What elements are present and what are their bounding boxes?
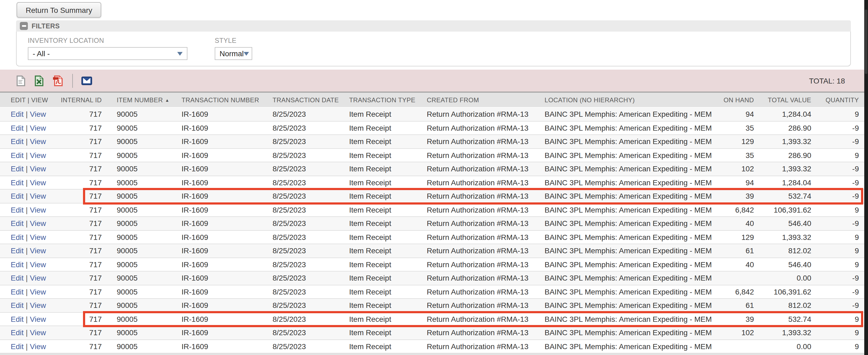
quantity-cell: 9 — [811, 205, 859, 214]
internal-id-cell: 717 — [59, 151, 102, 160]
edit-link[interactable]: Edit — [11, 247, 24, 255]
edit-link[interactable]: Edit — [11, 233, 24, 241]
quantity-cell: 9 — [811, 247, 859, 255]
edit-link[interactable]: Edit — [11, 165, 24, 173]
edit-link[interactable]: Edit — [11, 315, 24, 323]
edit-link[interactable]: Edit — [11, 110, 24, 119]
edit-link[interactable]: Edit — [11, 301, 24, 310]
location-cell: BAINC 3PL Memphis: American Expediting -… — [545, 233, 712, 241]
collapse-minus-icon[interactable] — [20, 22, 28, 30]
view-link[interactable]: View — [30, 178, 46, 187]
table-row: Edit|View 717 90005 IR-1609 8/25/2023 It… — [0, 121, 864, 135]
transaction-date-cell: 8/25/2023 — [273, 260, 349, 269]
chevron-down-icon — [244, 52, 249, 56]
on-hand-cell: 94 — [712, 178, 754, 187]
view-link[interactable]: View — [30, 260, 46, 269]
view-link[interactable]: View — [30, 342, 46, 351]
column-header-edit-view[interactable]: EDIT | VIEW — [0, 96, 59, 104]
column-header-total-value[interactable]: TOTAL VALUE — [754, 96, 811, 104]
edit-link[interactable]: Edit — [11, 342, 24, 351]
item-number-cell: 90005 — [102, 274, 182, 283]
table-row: Edit|View 717 90005 IR-1609 8/25/2023 It… — [0, 244, 864, 258]
column-header-transaction-type[interactable]: TRANSACTION TYPE — [349, 96, 427, 104]
column-header-internal-id[interactable]: INTERNAL ID — [59, 96, 102, 104]
quantity-cell: -9 — [811, 192, 859, 200]
item-number-cell: 90005 — [102, 315, 182, 323]
transaction-number-cell: IR-1609 — [182, 137, 273, 146]
internal-id-cell: 717 — [59, 233, 102, 241]
internal-id-cell: 717 — [59, 328, 102, 337]
view-link[interactable]: View — [30, 165, 46, 173]
vertical-scrollbar[interactable] — [864, 0, 868, 355]
created-from-cell: Return Authorization #RMA-13 — [427, 247, 545, 255]
table-row: Edit|View 717 90005 IR-1609 8/25/2023 It… — [0, 299, 864, 313]
column-header-created-from[interactable]: CREATED FROM — [427, 96, 545, 104]
edit-link[interactable]: Edit — [11, 192, 24, 200]
quantity-cell: 9 — [811, 328, 859, 337]
on-hand-cell: 102 — [712, 328, 754, 337]
column-header-location[interactable]: LOCATION (NO HIERARCHY) — [545, 96, 712, 104]
view-link[interactable]: View — [30, 219, 46, 228]
link-separator: | — [26, 178, 28, 187]
quantity-cell: 9 — [811, 260, 859, 269]
transaction-number-cell: IR-1609 — [182, 205, 273, 214]
view-link[interactable]: View — [30, 328, 46, 337]
style-select[interactable]: Normal — [215, 47, 252, 60]
edit-link[interactable]: Edit — [11, 219, 24, 228]
view-link[interactable]: View — [30, 315, 46, 323]
view-link[interactable]: View — [30, 205, 46, 214]
edit-link[interactable]: Edit — [11, 260, 24, 269]
view-link[interactable]: View — [30, 274, 46, 283]
column-header-quantity[interactable]: QUANTITY — [811, 96, 859, 104]
toolbar-divider — [72, 74, 73, 88]
inventory-location-field: INVENTORY LOCATION - All - — [28, 37, 187, 60]
export-pdf-icon[interactable] — [53, 75, 63, 86]
internal-id-cell: 717 — [59, 301, 102, 310]
internal-id-cell: 717 — [59, 192, 102, 200]
view-link[interactable]: View — [30, 301, 46, 310]
edit-link[interactable]: Edit — [11, 288, 24, 296]
edit-link[interactable]: Edit — [11, 274, 24, 283]
view-link[interactable]: View — [30, 288, 46, 296]
total-value-cell: 1,393.32 — [754, 165, 811, 173]
column-header-on-hand[interactable]: ON HAND — [712, 96, 754, 104]
transaction-date-cell: 8/25/2023 — [273, 274, 349, 283]
table-body: Edit|View 717 90005 IR-1609 8/25/2023 It… — [0, 108, 864, 353]
return-to-summary-button[interactable]: Return To Summary — [17, 2, 101, 18]
scrollbar-thumb[interactable] — [865, 10, 867, 74]
view-link[interactable]: View — [30, 192, 46, 200]
edit-link[interactable]: Edit — [11, 124, 24, 132]
edit-link[interactable]: Edit — [11, 137, 24, 146]
export-csv-icon[interactable] — [17, 75, 25, 86]
item-number-cell: 90005 — [102, 247, 182, 255]
column-header-transaction-date[interactable]: TRANSACTION DATE — [273, 96, 349, 104]
column-header-item-number[interactable]: ITEM NUMBER▲ — [102, 96, 182, 104]
created-from-cell: Return Authorization #RMA-13 — [427, 260, 545, 269]
internal-id-cell: 717 — [59, 342, 102, 351]
transaction-type-cell: Item Receipt — [349, 328, 427, 337]
location-cell: BAINC 3PL Memphis: American Expediting -… — [545, 260, 712, 269]
view-link[interactable]: View — [30, 124, 46, 132]
edit-link[interactable]: Edit — [11, 205, 24, 214]
column-header-transaction-number[interactable]: TRANSACTION NUMBER — [182, 96, 273, 104]
filters-header-bar[interactable]: FILTERS — [16, 20, 851, 32]
view-link[interactable]: View — [30, 151, 46, 160]
edit-link[interactable]: Edit — [11, 328, 24, 337]
edit-view-cell: Edit|View — [0, 274, 59, 283]
created-from-cell: Return Authorization #RMA-13 — [427, 328, 545, 337]
transaction-number-cell: IR-1609 — [182, 342, 273, 351]
link-separator: | — [26, 247, 28, 255]
email-icon[interactable] — [82, 76, 92, 85]
view-link[interactable]: View — [30, 110, 46, 119]
transaction-number-cell: IR-1609 — [182, 178, 273, 187]
view-link[interactable]: View — [30, 137, 46, 146]
export-excel-icon[interactable] — [35, 75, 43, 86]
edit-link[interactable]: Edit — [11, 151, 24, 160]
edit-link[interactable]: Edit — [11, 178, 24, 187]
view-link[interactable]: View — [30, 247, 46, 255]
view-link[interactable]: View — [30, 233, 46, 241]
transaction-type-cell: Item Receipt — [349, 247, 427, 255]
inventory-location-select[interactable]: - All - — [28, 47, 187, 60]
transaction-date-cell: 8/25/2023 — [273, 315, 349, 323]
on-hand-cell: 40 — [712, 260, 754, 269]
